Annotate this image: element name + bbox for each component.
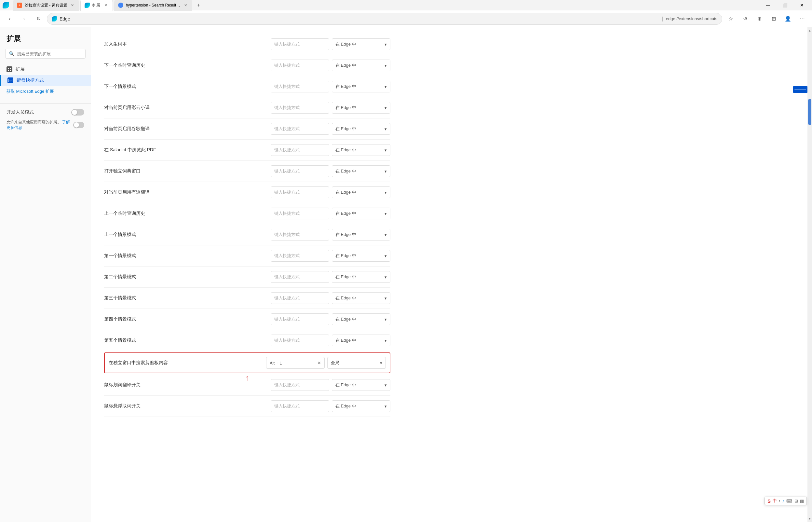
scope-value: 全局 bbox=[331, 360, 339, 366]
shortcut-placeholder: 键入快捷方式 bbox=[274, 147, 299, 153]
shortcut-row: 第三个情景模式键入快捷方式在 Edge 中▾ bbox=[104, 288, 390, 309]
shortcut-scope[interactable]: 在 Edge 中▾ bbox=[332, 314, 390, 325]
search-box[interactable]: 🔍 bbox=[5, 49, 86, 59]
shortcut-placeholder: 键入快捷方式 bbox=[274, 274, 299, 280]
shortcut-input[interactable]: 键入快捷方式 bbox=[271, 165, 329, 177]
more-button[interactable]: ⋯ bbox=[796, 13, 808, 25]
forward-button[interactable]: › bbox=[18, 13, 30, 25]
shortcut-input[interactable]: 键入快捷方式 bbox=[271, 81, 329, 93]
tab-close-extensions[interactable]: ✕ bbox=[103, 3, 109, 8]
scope-default: 在 Edge 中 bbox=[335, 210, 356, 216]
scrollbar[interactable]: ▲ ▼ bbox=[808, 27, 812, 522]
tab-search[interactable]: hypertension - Search Results - ✕ bbox=[114, 0, 192, 11]
shortcut-scope[interactable]: 在 Edge 中▾ bbox=[332, 292, 390, 304]
shortcut-scope[interactable]: 在 Edge 中▾ bbox=[332, 400, 390, 412]
minimize-button[interactable]: — bbox=[761, 0, 775, 11]
shortcut-name: 对当前页启用谷歌翻译 bbox=[104, 126, 271, 132]
shortcut-input[interactable]: 键入快捷方式 bbox=[271, 250, 329, 262]
shortcut-scope[interactable]: 在 Edge 中▾ bbox=[332, 335, 390, 346]
shortcut-row: 在独立窗口中搜索剪贴板内容Alt + L✕全局▾↑ bbox=[104, 353, 390, 373]
shortcut-input[interactable]: Alt + L✕ bbox=[266, 357, 325, 369]
address-bar[interactable]: Edge | edge://extensions/shortcuts bbox=[47, 13, 722, 25]
shortcut-placeholder: 键入快捷方式 bbox=[274, 253, 299, 259]
shortcut-name: 第一个情景模式 bbox=[104, 253, 271, 259]
shortcut-input[interactable]: 键入快捷方式 bbox=[271, 229, 329, 241]
ime-chinese-icon[interactable]: S bbox=[767, 498, 771, 504]
shortcut-name: 下一个临时查询历史 bbox=[104, 62, 271, 68]
ime-layout-icon[interactable]: ▦ bbox=[800, 499, 804, 503]
add-favorites-button[interactable]: ⊕ bbox=[753, 13, 765, 25]
shortcut-row: 打开独立词典窗口键入快捷方式在 Edge 中▾ bbox=[104, 161, 390, 182]
search-input[interactable] bbox=[17, 52, 82, 56]
sidebar-item-extensions[interactable]: 扩展 bbox=[0, 64, 91, 75]
shortcut-input[interactable]: 键入快捷方式 bbox=[271, 144, 329, 156]
refresh-hint-button[interactable]: ↺ bbox=[739, 13, 751, 25]
shortcut-input[interactable]: 键入快捷方式 bbox=[271, 60, 329, 71]
highlight-arrow-icon: ↑ bbox=[245, 374, 249, 382]
tab-extensions[interactable]: 扩展 ✕ bbox=[80, 0, 113, 11]
close-button[interactable]: ✕ bbox=[794, 0, 809, 11]
scroll-down-button[interactable]: ▼ bbox=[808, 516, 812, 522]
shortcut-scope[interactable]: 在 Edge 中▾ bbox=[332, 38, 390, 50]
shortcut-input[interactable]: 键入快捷方式 bbox=[271, 379, 329, 391]
dev-mode-toggle[interactable] bbox=[71, 109, 84, 116]
shortcut-scope[interactable]: 在 Edge 中▾ bbox=[332, 102, 390, 114]
shortcut-input[interactable]: 键入快捷方式 bbox=[271, 292, 329, 304]
shortcut-scope[interactable]: 在 Edge 中▾ bbox=[332, 144, 390, 156]
tab-close-search[interactable]: ✕ bbox=[183, 3, 188, 8]
shortcut-scope[interactable]: 在 Edge 中▾ bbox=[332, 60, 390, 71]
shortcut-input[interactable]: 键入快捷方式 bbox=[271, 102, 329, 114]
scope-default: 在 Edge 中 bbox=[335, 126, 356, 132]
address-favicon-icon bbox=[52, 16, 57, 21]
shortcut-scope[interactable]: 在 Edge 中▾ bbox=[332, 186, 390, 198]
shortcut-scope[interactable]: 全局▾ bbox=[327, 357, 386, 369]
favorites-button[interactable]: ☆ bbox=[725, 13, 736, 25]
scope-default: 在 Edge 中 bbox=[335, 168, 356, 174]
shortcut-input[interactable]: 键入快捷方式 bbox=[271, 335, 329, 346]
ime-grid-icon[interactable]: ⊞ bbox=[794, 499, 798, 503]
shortcut-input[interactable]: 键入快捷方式 bbox=[271, 314, 329, 325]
shortcut-input[interactable]: 键入快捷方式 bbox=[271, 186, 329, 198]
shortcut-placeholder: 键入快捷方式 bbox=[274, 382, 299, 388]
scope-default: 在 Edge 中 bbox=[335, 84, 356, 89]
side-toolbar: ───── bbox=[793, 86, 808, 93]
shortcut-input[interactable]: 键入快捷方式 bbox=[271, 123, 329, 135]
shortcut-scope[interactable]: 在 Edge 中▾ bbox=[332, 208, 390, 219]
shortcut-placeholder: 键入快捷方式 bbox=[274, 126, 299, 132]
scope-chevron-icon: ▾ bbox=[384, 148, 387, 153]
shortcut-clear-button[interactable]: ✕ bbox=[317, 361, 321, 365]
scope-chevron-icon: ▾ bbox=[384, 84, 387, 89]
shortcut-name: 第四个情景模式 bbox=[104, 316, 271, 322]
shortcut-input[interactable]: 键入快捷方式 bbox=[271, 208, 329, 219]
shortcut-input[interactable]: 键入快捷方式 bbox=[271, 271, 329, 283]
shortcut-input[interactable]: 键入快捷方式 bbox=[271, 38, 329, 50]
shortcut-scope[interactable]: 在 Edge 中▾ bbox=[332, 229, 390, 241]
scope-default: 在 Edge 中 bbox=[335, 41, 356, 47]
allow-stores-row: 允许来自其他应用商店的扩展。 了解更多信息 bbox=[6, 119, 84, 130]
get-extensions-link[interactable]: 获取 Microsoft Edge 扩展 bbox=[0, 86, 91, 97]
refresh-button[interactable]: ↻ bbox=[33, 13, 44, 25]
new-tab-button[interactable]: + bbox=[193, 0, 204, 11]
shortcut-placeholder: 键入快捷方式 bbox=[274, 62, 299, 68]
tab-title-extensions: 扩展 bbox=[92, 3, 101, 8]
shortcut-scope[interactable]: 在 Edge 中▾ bbox=[332, 123, 390, 135]
shortcut-scope[interactable]: 在 Edge 中▾ bbox=[332, 271, 390, 283]
sidebar-item-shortcuts[interactable]: 键盘快捷方式 bbox=[0, 75, 91, 86]
shortcut-input[interactable]: 键入快捷方式 bbox=[271, 400, 329, 412]
shortcut-scope[interactable]: 在 Edge 中▾ bbox=[332, 81, 390, 93]
scroll-up-button[interactable]: ▲ bbox=[808, 27, 812, 34]
profile-button[interactable]: 👤 bbox=[782, 13, 794, 25]
shortcut-name: 鼠标悬浮取词开关 bbox=[104, 403, 271, 409]
ime-mic-icon[interactable]: ♪ bbox=[783, 499, 785, 503]
back-button[interactable]: ‹ bbox=[4, 13, 16, 25]
restore-button[interactable]: ⬜ bbox=[777, 0, 792, 11]
shortcut-scope[interactable]: 在 Edge 中▾ bbox=[332, 250, 390, 262]
tab-close-saladict[interactable]: ✕ bbox=[70, 3, 75, 8]
collections-button[interactable]: ⊞ bbox=[768, 13, 779, 25]
ime-keyboard-icon[interactable]: ⌨ bbox=[786, 499, 792, 503]
shortcut-scope[interactable]: 在 Edge 中▾ bbox=[332, 165, 390, 177]
allow-stores-toggle[interactable] bbox=[73, 122, 84, 128]
tab-saladict[interactable]: S 沙拉查询设置 - 词典设置 ✕ bbox=[13, 0, 79, 11]
shortcut-scope[interactable]: 在 Edge 中▾ bbox=[332, 379, 390, 391]
scope-chevron-icon: ▾ bbox=[384, 233, 387, 237]
